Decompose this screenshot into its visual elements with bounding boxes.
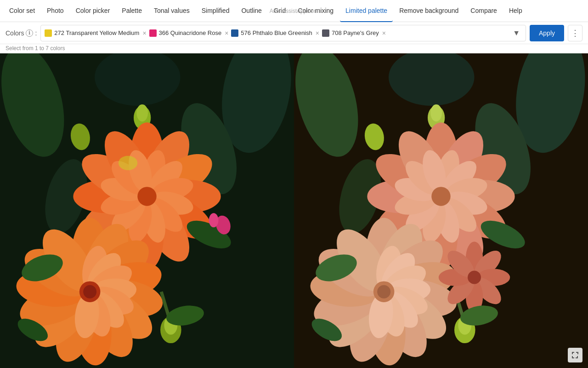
color-remove-tag-grey[interactable]: × <box>382 30 386 36</box>
color-tag-tag-rose: 366 Quinacridone Rose× <box>149 29 229 37</box>
colors-bar: Colors ℹ : 272 Transparent Yellow Medium… <box>0 22 588 44</box>
color-swatch-tag-blue <box>231 29 238 37</box>
nav-item-color-mixing[interactable]: Color mixing <box>292 0 339 22</box>
nav-item-color-picker[interactable]: Color picker <box>70 0 116 22</box>
more-options-button[interactable]: ⋮ <box>568 25 582 41</box>
top-navigation: Color setPhotoColor pickerPaletteTonal v… <box>0 0 588 22</box>
svg-point-60 <box>83 285 96 299</box>
color-name-tag-blue: 576 Phthalo Blue Greenish <box>241 29 312 36</box>
apply-button[interactable]: Apply <box>530 25 564 41</box>
original-image <box>0 53 294 368</box>
color-remove-tag-yellow[interactable]: × <box>142 30 146 36</box>
nav-item-outline[interactable]: Outline <box>236 0 267 22</box>
color-tag-tag-blue: 576 Phthalo Blue Greenish× <box>231 29 319 37</box>
nav-item-palette[interactable]: Palette <box>116 0 147 22</box>
hint-text: Select from 1 to 7 colors <box>0 44 588 53</box>
svg-point-139 <box>468 271 481 284</box>
nav-item-simplified[interactable]: Simplified <box>196 0 235 22</box>
color-name-tag-grey: 708 Payne's Grey <box>332 29 379 36</box>
colors-label: Colors ℹ : <box>6 29 37 37</box>
limited-palette-image <box>294 53 588 368</box>
images-area <box>0 53 588 368</box>
dropdown-arrow[interactable]: ▼ <box>511 29 522 37</box>
expand-icon[interactable] <box>568 348 582 362</box>
svg-point-80 <box>430 104 442 121</box>
info-icon[interactable]: ℹ <box>26 29 33 37</box>
svg-point-106 <box>431 187 450 206</box>
svg-point-36 <box>137 187 156 206</box>
nav-item-photo[interactable]: Photo <box>41 0 69 22</box>
svg-point-68 <box>209 213 219 227</box>
colors-text: Colors <box>6 29 24 37</box>
nav-item-compare[interactable]: Compare <box>465 0 503 22</box>
color-tags-container: 272 Transparent Yellow Medium×366 Quinac… <box>40 25 526 41</box>
nav-item-color-set[interactable]: Color set <box>4 0 40 22</box>
color-tag-tag-yellow: 272 Transparent Yellow Medium× <box>45 29 146 37</box>
original-image-panel <box>0 53 294 368</box>
colon: : <box>35 29 37 37</box>
color-name-tag-rose: 366 Quinacridone Rose <box>159 29 222 36</box>
color-swatch-tag-yellow <box>45 29 52 37</box>
svg-point-10 <box>136 104 148 121</box>
svg-point-69 <box>119 156 137 170</box>
color-swatch-tag-rose <box>149 29 157 37</box>
nav-item-help[interactable]: Help <box>503 0 528 22</box>
nav-item-remove-background[interactable]: Remove background <box>394 0 464 22</box>
color-remove-tag-blue[interactable]: × <box>316 30 319 36</box>
color-tag-tag-grey: 708 Payne's Grey× <box>322 29 386 37</box>
nav-item-grid[interactable]: Grid <box>268 0 291 22</box>
color-remove-tag-rose[interactable]: × <box>225 30 228 36</box>
color-name-tag-yellow: 272 Transparent Yellow Medium <box>54 29 139 36</box>
limited-palette-image-panel <box>294 53 588 368</box>
nav-item-tonal-values[interactable]: Tonal values <box>148 0 195 22</box>
nav-item-limited-palette[interactable]: Limited palette <box>340 0 393 22</box>
svg-point-130 <box>377 285 390 299</box>
color-swatch-tag-grey <box>322 29 329 37</box>
